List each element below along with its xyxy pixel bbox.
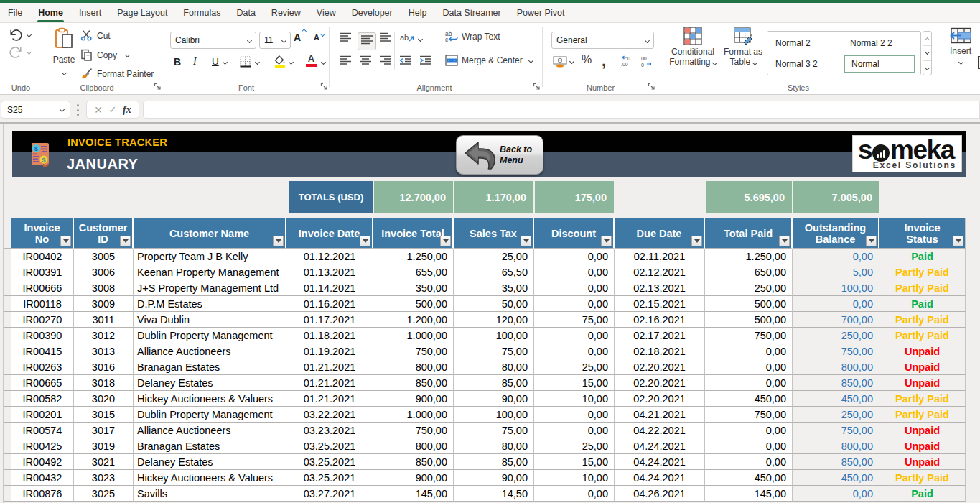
cell-r10-c8[interactable]: 02.20.2021 [615, 391, 705, 407]
cell-r8-c6[interactable]: 80,00 [454, 359, 534, 375]
cell-r9-c3[interactable]: Delaney Estates [134, 375, 286, 391]
align-top-button[interactable] [339, 32, 352, 46]
cell-r10-c10[interactable]: 450,00 [793, 391, 879, 407]
cell-r5-c3[interactable]: Viva Dublin [134, 312, 286, 328]
borders-dropdown-icon[interactable] [255, 60, 260, 65]
cell-r8-c9[interactable]: 0,00 [705, 359, 793, 375]
cell-r9-c7[interactable]: 15,00 [534, 375, 615, 391]
cell-r5-c9[interactable]: 500,00 [705, 312, 793, 328]
ribbon-tab-developer[interactable]: Developer [344, 3, 401, 23]
cell-r3-c1[interactable]: IR00666 [11, 280, 74, 296]
bold-button[interactable]: B [174, 56, 181, 68]
accounting-format-button[interactable] [553, 55, 574, 68]
cell-r13-c10[interactable]: 800,00 [793, 438, 879, 454]
align-middle-button[interactable] [358, 32, 376, 50]
cell-r7-c1[interactable]: IR00415 [11, 343, 74, 359]
clipboard-dialog-launcher-icon[interactable] [154, 83, 162, 91]
ribbon-tab-data-streamer[interactable]: Data Streamer [434, 3, 508, 23]
cell-r1-c6[interactable]: 25,00 [454, 249, 534, 264]
cell-r1-c3[interactable]: Property Team J B Kelly [134, 249, 286, 264]
cell-r13-c2[interactable]: 3019 [74, 438, 134, 454]
cell-r3-c10[interactable]: 100,00 [793, 280, 879, 296]
font-color-dropdown-icon[interactable] [321, 60, 326, 65]
cell-r7-c3[interactable]: Alliance Auctioneers [134, 343, 286, 359]
increase-indent-button[interactable] [419, 55, 433, 69]
cell-r10-c4[interactable]: 01.21.2021 [286, 391, 373, 407]
cell-r9-c2[interactable]: 3018 [74, 375, 134, 391]
cell-r2-c6[interactable]: 65,50 [454, 264, 534, 280]
cell-r11-c1[interactable]: IR00201 [11, 407, 74, 423]
cell-r2-c2[interactable]: 3006 [74, 264, 134, 280]
italic-button[interactable]: I [193, 56, 197, 68]
cell-r2-c10[interactable]: 5,00 [793, 264, 879, 280]
gallery-more-icon[interactable] [923, 61, 931, 75]
cell-r6-c10[interactable]: 250,00 [793, 328, 879, 343]
cell-r15-c11[interactable]: Partly Paid [879, 470, 966, 486]
ribbon-tab-help[interactable]: Help [401, 3, 435, 23]
formula-input[interactable] [143, 101, 980, 119]
cell-r12-c11[interactable]: Unpaid [879, 423, 966, 438]
cell-r5-c5[interactable]: 1.200,00 [373, 312, 454, 328]
decrease-font-size-button[interactable]: A [314, 33, 319, 42]
cell-r14-c1[interactable]: IR00492 [11, 454, 74, 470]
cell-r1-c8[interactable]: 02.11.2021 [615, 249, 705, 264]
cell-r4-c6[interactable]: 50,00 [454, 296, 534, 312]
cell-r3-c9[interactable]: 250,00 [705, 280, 793, 296]
cell-r15-c8[interactable]: 04.24.2021 [615, 470, 705, 486]
cell-r6-c9[interactable]: 750,00 [705, 328, 793, 343]
cell-r16-c2[interactable]: 3025 [74, 486, 134, 502]
ribbon-tab-view[interactable]: View [309, 3, 344, 23]
cell-r2-c9[interactable]: 650,00 [705, 264, 793, 280]
cell-r11-c9[interactable]: 750,00 [705, 407, 793, 423]
cell-r12-c5[interactable]: 750,00 [373, 423, 454, 438]
cell-r13-c3[interactable]: Branagan Estates [134, 438, 286, 454]
cell-r16-c6[interactable]: 14,50 [454, 486, 534, 502]
cell-r6-c1[interactable]: IR00390 [11, 328, 74, 343]
font-size-select[interactable]: 11 [259, 32, 291, 49]
cell-r3-c7[interactable]: 0,00 [534, 280, 615, 296]
cell-r12-c6[interactable]: 75,00 [454, 423, 534, 438]
cell-r5-c10[interactable]: 700,00 [793, 312, 879, 328]
cell-r5-c7[interactable]: 75,00 [534, 312, 615, 328]
cell-r15-c3[interactable]: Hickey Auctioneers & Valuers [134, 470, 286, 486]
cell-r15-c7[interactable]: 10,00 [534, 470, 615, 486]
cell-r2-c7[interactable]: 0,00 [534, 264, 615, 280]
cell-r12-c3[interactable]: Alliance Auctioneers [134, 423, 286, 438]
cell-r13-c7[interactable]: 25,00 [534, 438, 615, 454]
filter-dropdown-icon[interactable] [866, 236, 877, 246]
redo-dropdown-icon[interactable] [27, 50, 32, 55]
cell-r8-c10[interactable]: 800,00 [793, 359, 879, 375]
filter-dropdown-icon[interactable] [60, 236, 71, 246]
style-item-normal-2[interactable]: Normal 2 [769, 34, 841, 52]
cell-r16-c4[interactable]: 03.27.2021 [286, 486, 373, 502]
ribbon-tab-home[interactable]: Home [30, 3, 71, 23]
cell-r6-c3[interactable]: Dublin Property Management [134, 328, 286, 343]
paste-button[interactable]: Paste [50, 27, 78, 79]
conditional-formatting-button[interactable]: Conditional Formatting [668, 27, 718, 67]
cell-r7-c5[interactable]: 750,00 [373, 343, 454, 359]
cell-r6-c2[interactable]: 3012 [74, 328, 134, 343]
cell-r15-c1[interactable]: IR00432 [11, 470, 74, 486]
someka-logo[interactable]: smeka Excel Solutions [852, 135, 962, 172]
enter-icon[interactable]: ✓ [109, 105, 117, 114]
increase-decimal-button[interactable]: 0 .00 [620, 55, 635, 68]
cell-r2-c8[interactable]: 02.12.2021 [615, 264, 705, 280]
cell-r11-c7[interactable]: 0,00 [534, 407, 615, 423]
align-bottom-button[interactable] [379, 32, 392, 46]
cell-r7-c9[interactable]: 0,00 [705, 343, 793, 359]
cell-r7-c7[interactable]: 0,00 [534, 343, 615, 359]
ribbon-tab-data[interactable]: Data [228, 3, 263, 23]
cell-r2-c11[interactable]: Partly Paid [879, 264, 966, 280]
cell-r1-c10[interactable]: 0,00 [793, 249, 879, 264]
cell-r7-c11[interactable]: Unpaid [879, 343, 966, 359]
merge-center-button[interactable]: Merge & Center [445, 55, 533, 66]
decrease-decimal-button[interactable]: .00 0 [639, 55, 653, 68]
cell-r3-c5[interactable]: 350,00 [373, 280, 454, 296]
cell-r5-c2[interactable]: 3011 [74, 312, 134, 328]
cell-r2-c1[interactable]: IR00391 [11, 264, 74, 280]
font-name-select[interactable]: Calibri [170, 32, 256, 49]
cell-r4-c5[interactable]: 500,00 [373, 296, 454, 312]
insert-cells-button[interactable]: Insert [946, 27, 975, 66]
cell-r14-c2[interactable]: 3021 [74, 454, 134, 470]
align-center-button[interactable] [359, 55, 372, 69]
